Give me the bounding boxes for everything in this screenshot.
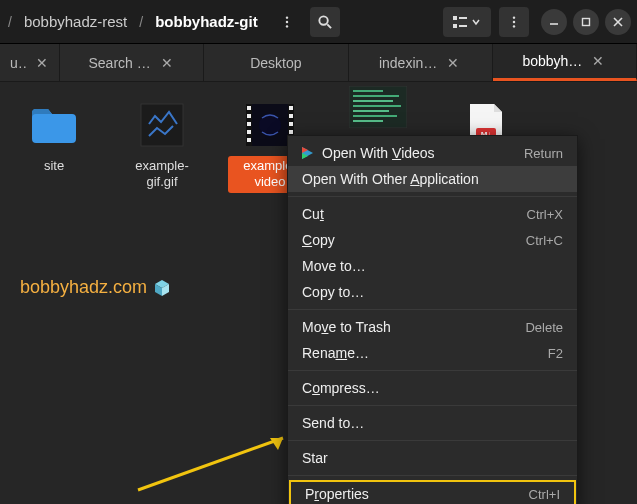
minimize-icon <box>549 17 559 27</box>
menu-separator <box>288 370 577 371</box>
svg-rect-35 <box>353 105 401 107</box>
watermark-text: bobbyhadz.com <box>20 277 147 298</box>
text-thumbnail-icon <box>349 86 407 128</box>
maximize-button[interactable] <box>573 9 599 35</box>
menu-label: Cut <box>302 206 324 222</box>
svg-rect-16 <box>141 104 183 146</box>
menu-send-to[interactable]: Send to… <box>288 410 577 436</box>
svg-rect-13 <box>583 18 590 25</box>
breadcrumb-sep: / <box>6 14 14 30</box>
svg-rect-8 <box>459 25 467 27</box>
menu-properties[interactable]: Properties Ctrl+I <box>289 480 576 504</box>
minimize-button[interactable] <box>541 9 567 35</box>
search-button[interactable] <box>310 7 340 37</box>
svg-rect-22 <box>247 122 251 126</box>
menu-move-to-trash[interactable]: Move to Trash Delete <box>288 314 577 340</box>
svg-rect-37 <box>353 115 397 117</box>
menu-accelerator: F2 <box>548 346 563 361</box>
menu-separator <box>288 309 577 310</box>
menu-rename[interactable]: Rename… F2 <box>288 340 577 366</box>
tab-2[interactable]: Search … ✕ <box>60 44 204 81</box>
svg-rect-24 <box>247 138 251 142</box>
menu-open-with-videos[interactable]: Open With Videos Return <box>288 140 577 166</box>
close-icon <box>613 17 623 27</box>
menu-accelerator: Ctrl+C <box>526 233 563 248</box>
menu-label: Move to Trash <box>302 319 391 335</box>
menu-accelerator: Return <box>524 146 563 161</box>
menu-move-to[interactable]: Move to… <box>288 253 577 279</box>
tab-close-icon[interactable]: ✕ <box>36 55 49 71</box>
breadcrumb: / bobbyhadz-rest / bobbyhadz-git <box>6 9 266 34</box>
svg-rect-20 <box>247 106 251 110</box>
svg-rect-34 <box>353 100 393 102</box>
tab-5-active[interactable]: bobbyh… ✕ <box>493 44 637 81</box>
folder-icon <box>29 100 79 150</box>
tab-1[interactable]: u… ✕ <box>0 44 60 81</box>
menu-compress[interactable]: Compress… <box>288 375 577 401</box>
menu-label: Copy to… <box>302 284 364 300</box>
menu-label: Copy <box>302 232 335 248</box>
tab-bar: u… ✕ Search … ✕ Desktop indexin… ✕ bobby… <box>0 44 637 82</box>
tab-3[interactable]: Desktop <box>204 44 348 81</box>
tab-close-icon[interactable]: ✕ <box>445 55 461 71</box>
svg-rect-23 <box>247 130 251 134</box>
menu-cut[interactable]: Cut Ctrl+X <box>288 201 577 227</box>
menu-separator <box>288 196 577 197</box>
svg-rect-25 <box>289 106 293 110</box>
tab-label: u… <box>10 55 28 71</box>
svg-line-4 <box>327 24 331 28</box>
hamburger-menu-button[interactable] <box>499 7 529 37</box>
svg-point-11 <box>513 25 515 27</box>
menu-label: Move to… <box>302 258 366 274</box>
svg-point-10 <box>513 20 515 22</box>
svg-point-9 <box>513 16 515 18</box>
menu-label: Properties <box>305 486 369 502</box>
gif-thumbnail-icon <box>137 100 187 150</box>
file-example-gif[interactable]: example-gif.gif <box>120 100 204 193</box>
kebab-icon <box>507 15 521 29</box>
tab-close-icon[interactable]: ✕ <box>590 53 606 69</box>
titlebar: / bobbyhadz-rest / bobbyhadz-git <box>0 0 637 44</box>
menu-separator <box>288 440 577 441</box>
menu-accelerator: Ctrl+X <box>527 207 563 222</box>
close-button[interactable] <box>605 9 631 35</box>
menu-label: Compress… <box>302 380 380 396</box>
menu-separator <box>288 475 577 476</box>
tab-label: Desktop <box>250 55 301 71</box>
search-icon <box>317 14 332 29</box>
menu-star[interactable]: Star <box>288 445 577 471</box>
menu-open-with-other-application[interactable]: Open With Other Application <box>288 166 577 192</box>
file-folder-site[interactable]: site <box>12 100 96 176</box>
cube-icon <box>153 279 171 297</box>
menu-label: Open With Videos <box>322 145 435 161</box>
tab-label: indexin… <box>379 55 437 71</box>
menu-label: Star <box>302 450 328 466</box>
tab-close-icon[interactable]: ✕ <box>159 55 175 71</box>
tab-label: bobbyh… <box>522 53 582 69</box>
menu-copy-to[interactable]: Copy to… <box>288 279 577 305</box>
svg-rect-38 <box>353 120 383 122</box>
svg-rect-36 <box>353 110 389 112</box>
tab-label: Search … <box>89 55 151 71</box>
menu-label: Open With Other Application <box>302 171 479 187</box>
svg-rect-26 <box>289 114 293 118</box>
menu-accelerator: Ctrl+I <box>529 487 560 502</box>
svg-rect-28 <box>289 130 293 134</box>
maximize-icon <box>581 17 591 27</box>
file-label: site <box>40 156 68 176</box>
breadcrumb-current[interactable]: bobbyhadz-git <box>147 9 265 34</box>
menu-label: Send to… <box>302 415 364 431</box>
location-menu-button[interactable] <box>272 7 302 37</box>
svg-rect-21 <box>247 114 251 118</box>
context-menu: Open With Videos Return Open With Other … <box>287 135 578 504</box>
svg-rect-5 <box>453 16 457 20</box>
file-indexing[interactable] <box>336 86 420 128</box>
file-label: example-gif.gif <box>120 156 204 193</box>
menu-copy[interactable]: Copy Ctrl+C <box>288 227 577 253</box>
svg-rect-7 <box>453 24 457 28</box>
watermark: bobbyhadz.com <box>20 277 171 298</box>
view-toggle-button[interactable] <box>443 7 491 37</box>
tab-4[interactable]: indexin… ✕ <box>349 44 493 81</box>
svg-rect-27 <box>289 122 293 126</box>
breadcrumb-parent[interactable]: bobbyhadz-rest <box>16 9 135 34</box>
